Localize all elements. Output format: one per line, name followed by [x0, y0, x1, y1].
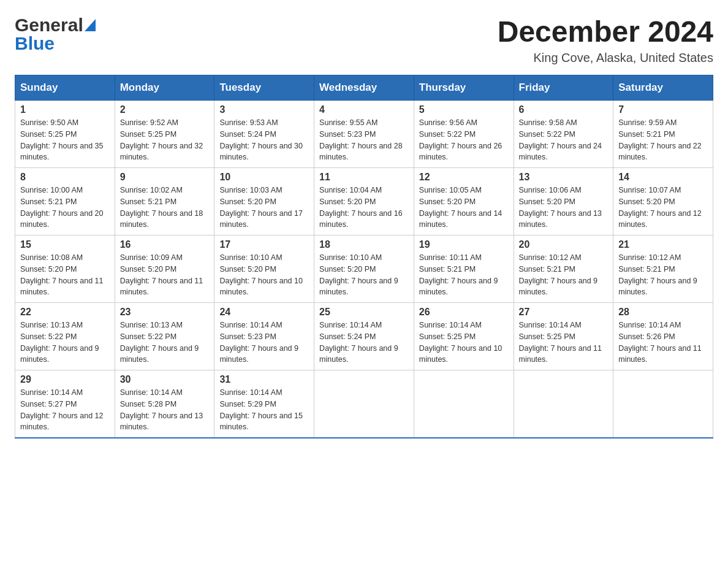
- day-info: Sunrise: 10:11 AMSunset: 5:21 PMDaylight…: [419, 253, 498, 296]
- calendar-cell: 13 Sunrise: 10:06 AMSunset: 5:20 PMDayli…: [514, 168, 613, 236]
- calendar-title: December 2024: [498, 15, 713, 48]
- svg-marker-0: [85, 19, 96, 31]
- day-info: Sunrise: 10:13 AMSunset: 5:22 PMDaylight…: [120, 321, 199, 364]
- day-number: 26: [419, 307, 509, 318]
- day-number: 15: [20, 239, 110, 250]
- calendar-cell: 24 Sunrise: 10:14 AMSunset: 5:23 PMDayli…: [214, 303, 314, 370]
- header-cell-wednesday: Wednesday: [314, 75, 414, 101]
- day-number: 4: [319, 104, 409, 115]
- calendar-subtitle: King Cove, Alaska, United States: [498, 51, 713, 65]
- day-number: 20: [519, 239, 609, 250]
- calendar-cell: 25 Sunrise: 10:14 AMSunset: 5:24 PMDayli…: [314, 303, 414, 370]
- calendar-cell: 27 Sunrise: 10:14 AMSunset: 5:25 PMDayli…: [514, 303, 613, 370]
- header-cell-tuesday: Tuesday: [214, 75, 314, 101]
- day-number: 5: [419, 104, 509, 115]
- header-cell-sunday: Sunday: [15, 75, 115, 101]
- day-number: 28: [618, 307, 708, 318]
- calendar-week-1: 1 Sunrise: 9:50 AMSunset: 5:25 PMDayligh…: [15, 101, 713, 168]
- day-info: Sunrise: 10:06 AMSunset: 5:20 PMDaylight…: [519, 186, 602, 229]
- calendar-cell: 1 Sunrise: 9:50 AMSunset: 5:25 PMDayligh…: [15, 101, 115, 168]
- day-info: Sunrise: 10:14 AMSunset: 5:26 PMDaylight…: [618, 321, 702, 364]
- day-info: Sunrise: 10:14 AMSunset: 5:24 PMDaylight…: [319, 321, 398, 364]
- day-number: 17: [219, 239, 309, 250]
- day-info: Sunrise: 10:02 AMSunset: 5:21 PMDaylight…: [120, 186, 203, 229]
- day-info: Sunrise: 10:14 AMSunset: 5:25 PMDaylight…: [519, 321, 602, 364]
- header-row: SundayMondayTuesdayWednesdayThursdayFrid…: [15, 75, 713, 101]
- header-cell-friday: Friday: [514, 75, 613, 101]
- day-number: 25: [319, 307, 409, 318]
- day-info: Sunrise: 10:08 AMSunset: 5:20 PMDaylight…: [20, 253, 104, 296]
- header-cell-saturday: Saturday: [613, 75, 713, 101]
- day-number: 6: [519, 104, 609, 115]
- calendar-week-5: 29 Sunrise: 10:14 AMSunset: 5:27 PMDayli…: [15, 370, 713, 438]
- calendar-cell: 22 Sunrise: 10:13 AMSunset: 5:22 PMDayli…: [15, 303, 115, 370]
- day-number: 7: [618, 104, 708, 115]
- day-info: Sunrise: 10:13 AMSunset: 5:22 PMDaylight…: [20, 321, 99, 364]
- day-info: Sunrise: 10:14 AMSunset: 5:25 PMDaylight…: [419, 321, 502, 364]
- page-header: General Blue December 2024 King Cove, Al…: [15, 15, 713, 65]
- calendar-cell: 20 Sunrise: 10:12 AMSunset: 5:21 PMDayli…: [514, 236, 613, 303]
- calendar-cell: 10 Sunrise: 10:03 AMSunset: 5:20 PMDayli…: [214, 168, 314, 236]
- day-info: Sunrise: 10:10 AMSunset: 5:20 PMDaylight…: [319, 253, 398, 296]
- day-info: Sunrise: 10:12 AMSunset: 5:21 PMDaylight…: [618, 253, 697, 296]
- calendar-cell: 30 Sunrise: 10:14 AMSunset: 5:28 PMDayli…: [115, 370, 214, 438]
- day-number: 18: [319, 239, 409, 250]
- day-info: Sunrise: 10:04 AMSunset: 5:20 PMDaylight…: [319, 186, 403, 229]
- logo: General Blue: [15, 15, 96, 54]
- day-number: 13: [519, 172, 609, 183]
- calendar-cell: 18 Sunrise: 10:10 AMSunset: 5:20 PMDayli…: [314, 236, 414, 303]
- day-info: Sunrise: 9:53 AMSunset: 5:24 PMDaylight:…: [219, 118, 303, 161]
- day-number: 11: [319, 172, 409, 183]
- calendar-header: SundayMondayTuesdayWednesdayThursdayFrid…: [15, 75, 713, 101]
- calendar-cell: 15 Sunrise: 10:08 AMSunset: 5:20 PMDayli…: [15, 236, 115, 303]
- day-number: 24: [219, 307, 309, 318]
- header-cell-thursday: Thursday: [414, 75, 514, 101]
- day-number: 8: [20, 172, 110, 183]
- calendar-cell: 31 Sunrise: 10:14 AMSunset: 5:29 PMDayli…: [214, 370, 314, 438]
- calendar-cell: 3 Sunrise: 9:53 AMSunset: 5:24 PMDayligh…: [214, 101, 314, 168]
- day-info: Sunrise: 10:14 AMSunset: 5:29 PMDaylight…: [219, 388, 303, 431]
- calendar-cell: 12 Sunrise: 10:05 AMSunset: 5:20 PMDayli…: [414, 168, 514, 236]
- day-number: 23: [120, 307, 210, 318]
- calendar-table: SundayMondayTuesdayWednesdayThursdayFrid…: [15, 75, 713, 439]
- day-number: 27: [519, 307, 609, 318]
- day-info: Sunrise: 9:55 AMSunset: 5:23 PMDaylight:…: [319, 118, 403, 161]
- day-info: Sunrise: 9:58 AMSunset: 5:22 PMDaylight:…: [519, 118, 602, 161]
- day-info: Sunrise: 10:07 AMSunset: 5:20 PMDaylight…: [618, 186, 702, 229]
- calendar-cell: 5 Sunrise: 9:56 AMSunset: 5:22 PMDayligh…: [414, 101, 514, 168]
- calendar-body: 1 Sunrise: 9:50 AMSunset: 5:25 PMDayligh…: [15, 101, 713, 438]
- calendar-cell: 17 Sunrise: 10:10 AMSunset: 5:20 PMDayli…: [214, 236, 314, 303]
- day-info: Sunrise: 10:12 AMSunset: 5:21 PMDaylight…: [519, 253, 598, 296]
- day-number: 19: [419, 239, 509, 250]
- day-info: Sunrise: 10:14 AMSunset: 5:28 PMDaylight…: [120, 388, 203, 431]
- calendar-cell: 21 Sunrise: 10:12 AMSunset: 5:21 PMDayli…: [613, 236, 713, 303]
- day-number: 3: [219, 104, 309, 115]
- calendar-week-2: 8 Sunrise: 10:00 AMSunset: 5:21 PMDaylig…: [15, 168, 713, 236]
- header-cell-monday: Monday: [115, 75, 214, 101]
- logo-general-text: General: [15, 15, 83, 36]
- calendar-week-3: 15 Sunrise: 10:08 AMSunset: 5:20 PMDayli…: [15, 236, 713, 303]
- day-info: Sunrise: 10:14 AMSunset: 5:27 PMDaylight…: [20, 388, 104, 431]
- calendar-cell: 28 Sunrise: 10:14 AMSunset: 5:26 PMDayli…: [613, 303, 713, 370]
- calendar-cell: 29 Sunrise: 10:14 AMSunset: 5:27 PMDayli…: [15, 370, 115, 438]
- day-number: 9: [120, 172, 210, 183]
- calendar-cell: 23 Sunrise: 10:13 AMSunset: 5:22 PMDayli…: [115, 303, 214, 370]
- day-info: Sunrise: 9:56 AMSunset: 5:22 PMDaylight:…: [419, 118, 502, 161]
- calendar-cell: 9 Sunrise: 10:02 AMSunset: 5:21 PMDaylig…: [115, 168, 214, 236]
- calendar-cell: 14 Sunrise: 10:07 AMSunset: 5:20 PMDayli…: [613, 168, 713, 236]
- calendar-cell: 6 Sunrise: 9:58 AMSunset: 5:22 PMDayligh…: [514, 101, 613, 168]
- day-number: 31: [219, 374, 309, 385]
- calendar-cell: [314, 370, 414, 438]
- calendar-cell: 4 Sunrise: 9:55 AMSunset: 5:23 PMDayligh…: [314, 101, 414, 168]
- day-info: Sunrise: 10:00 AMSunset: 5:21 PMDaylight…: [20, 186, 104, 229]
- day-number: 21: [618, 239, 708, 250]
- day-info: Sunrise: 9:50 AMSunset: 5:25 PMDaylight:…: [20, 118, 104, 161]
- day-info: Sunrise: 10:09 AMSunset: 5:20 PMDaylight…: [120, 253, 203, 296]
- calendar-cell: 16 Sunrise: 10:09 AMSunset: 5:20 PMDayli…: [115, 236, 214, 303]
- calendar-cell: [613, 370, 713, 438]
- day-number: 10: [219, 172, 309, 183]
- day-number: 14: [618, 172, 708, 183]
- day-number: 2: [120, 104, 210, 115]
- day-number: 30: [120, 374, 210, 385]
- day-info: Sunrise: 10:10 AMSunset: 5:20 PMDaylight…: [219, 253, 303, 296]
